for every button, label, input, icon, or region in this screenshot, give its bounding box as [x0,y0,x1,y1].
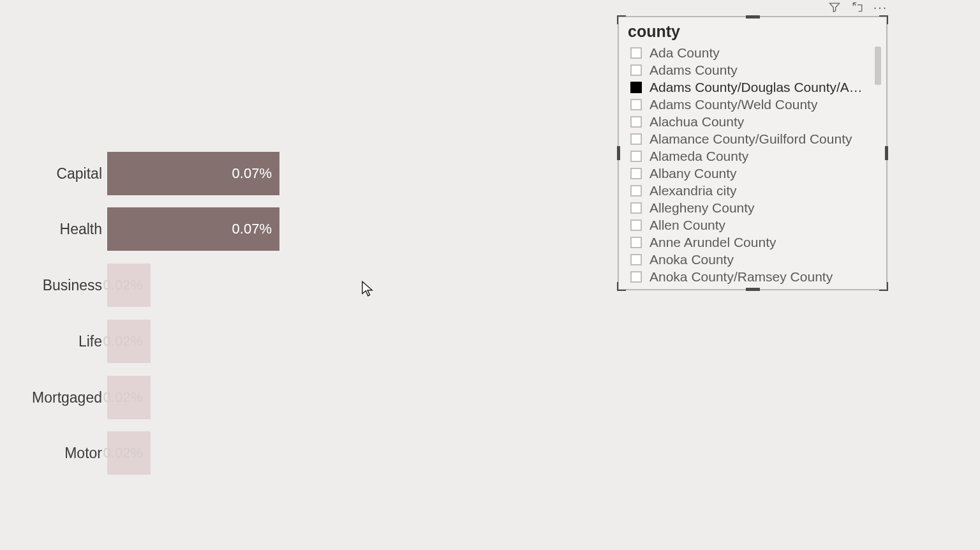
checkbox[interactable] [630,185,642,197]
slicer-item[interactable]: Anoka County [620,251,885,268]
bar-category-label: Mortgaged [32,389,102,406]
bar-category-label: Capital [56,165,102,182]
bar-category-label: Business [43,277,102,294]
checkbox[interactable] [630,151,642,162]
checkbox[interactable] [630,168,642,179]
slicer-item-label: Aransas County/Kleberg County/Nueces C… [650,286,866,288]
bar-row[interactable]: Business0.02% [0,264,612,307]
category-bar-chart[interactable]: Capital0.07%Health0.07%Business0.02%Life… [0,0,612,523]
slicer-item-label: Anoka County [650,252,734,267]
slicer-item-label: Alamance County/Guilford County [650,131,852,147]
slicer-item[interactable]: Adams County/Weld County [620,96,885,113]
resize-handle[interactable] [746,15,760,19]
slicer-item[interactable]: Alexandria city [620,182,885,199]
visual-header: ··· [827,0,888,14]
checkbox[interactable] [630,202,642,214]
bar-value-label: 0.02% [103,333,143,350]
checkbox[interactable] [630,271,642,283]
slicer-item-label: Allen County [650,218,725,233]
slicer-item-label: Anne Arundel County [650,235,776,250]
slicer-item-label: Alameda County [650,149,748,164]
checkbox[interactable] [630,237,642,248]
bar-category-label: Motor [64,445,102,462]
slicer-item[interactable]: Aransas County/Kleberg County/Nueces C… [620,285,885,288]
bar-row[interactable]: Mortgaged0.02% [0,376,612,419]
slicer-item-label: Ada County [650,45,720,61]
bar-row[interactable]: Life0.02% [0,320,612,363]
bar-value-label: 0.07% [232,165,272,182]
checkbox[interactable] [630,47,642,59]
bar-value-label: 0.02% [103,277,143,294]
slicer-item-label: Albany County [650,166,737,181]
slicer-item-label: Anoka County/Ramsey County [650,269,833,285]
slicer-item[interactable]: Alameda County [620,147,885,165]
slicer-list[interactable]: Ada CountyAdams CountyAdams County/Dougl… [620,44,885,288]
focus-mode-icon[interactable] [850,0,865,14]
slicer-item[interactable]: Adams County/Douglas County/Arapahoe … [620,78,885,96]
slicer-item[interactable]: Allegheny County [620,199,885,216]
checkbox[interactable] [630,99,642,110]
slicer-item[interactable]: Ada County [620,44,885,61]
bar-value-label: 0.02% [103,389,143,406]
county-slicer[interactable]: county Ada CountyAdams CountyAdams Count… [618,16,887,290]
bar-row[interactable]: Capital0.07% [0,152,612,195]
slicer-item-label: Alexandria city [650,183,737,198]
checkbox[interactable] [630,254,642,265]
resize-handle[interactable] [746,288,760,291]
checkbox[interactable] [630,82,642,93]
slicer-item[interactable]: Anoka County/Ramsey County [620,268,885,285]
slicer-item-label: Adams County [650,63,738,78]
slicer-title: county [619,17,886,45]
slicer-item-label: Adams County/Weld County [650,97,817,112]
bar-value-label: 0.07% [232,221,272,237]
bar-category-label: Health [60,221,102,238]
filter-icon[interactable] [827,0,842,14]
slicer-item-label: Alachua County [650,114,744,130]
checkbox[interactable] [630,64,642,76]
checkbox[interactable] [630,219,642,231]
scrollbar-thumb[interactable] [875,47,881,85]
resize-handle[interactable] [885,146,888,160]
bar-row[interactable]: Health0.07% [0,207,612,251]
checkbox[interactable] [630,116,642,128]
slicer-item-label: Allegheny County [650,200,755,216]
bar-value-label: 0.02% [103,445,143,461]
slicer-item[interactable]: Alamance County/Guilford County [620,130,885,147]
slicer-item[interactable]: Albany County [620,165,885,182]
bar-row[interactable]: Motor0.02% [0,431,612,475]
slicer-item[interactable]: Adams County [620,61,885,78]
bar-category-label: Life [78,333,102,350]
more-options-icon[interactable]: ··· [873,0,888,14]
slicer-item[interactable]: Anne Arundel County [620,234,885,251]
checkbox[interactable] [630,133,642,145]
slicer-item[interactable]: Alachua County [620,113,885,130]
slicer-item-label: Adams County/Douglas County/Arapahoe … [650,80,866,95]
slicer-item[interactable]: Allen County [620,216,885,234]
